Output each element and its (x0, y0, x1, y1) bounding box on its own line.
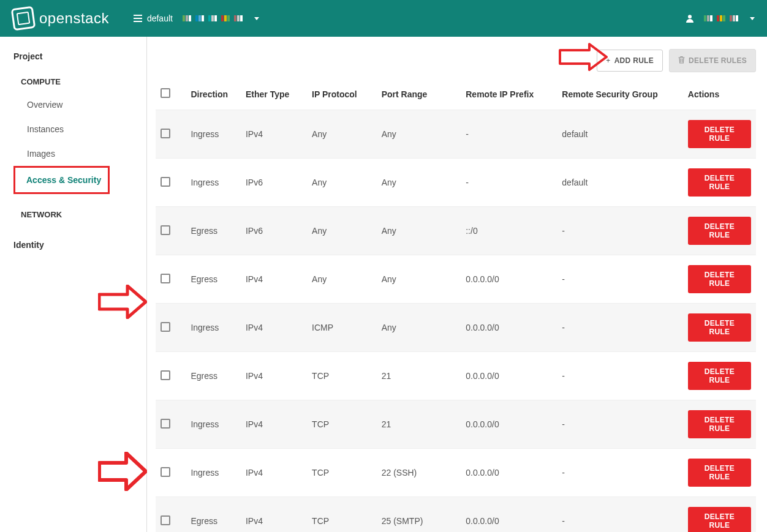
col-ether-type[interactable]: Ether Type (241, 82, 307, 110)
row-checkbox[interactable] (161, 515, 170, 525)
sidebar-item-access-security[interactable]: Access & Security (13, 166, 110, 194)
cell-rip: - (461, 110, 557, 159)
cell-direction: Ingress (186, 159, 241, 207)
cell-proto: Any (307, 110, 377, 159)
openstack-icon (11, 6, 36, 31)
table-row: IngressIPv6AnyAny-defaultDelete Rule (156, 159, 756, 207)
delete-rules-button[interactable]: Delete Rules (669, 49, 756, 72)
action-bar: + Add Rule Delete Rules (156, 49, 756, 72)
cell-rsg: default (557, 159, 683, 207)
row-checkbox[interactable] (161, 225, 170, 235)
sidebar: Project COMPUTE Overview Instances Image… (0, 37, 147, 532)
topbar: openstack default (0, 0, 767, 37)
row-checkbox[interactable] (161, 322, 170, 332)
cell-rip: 0.0.0.0/0 (461, 304, 557, 352)
cell-direction: Ingress (186, 304, 241, 352)
row-checkbox[interactable] (161, 467, 170, 477)
delete-rule-button[interactable]: Delete Rule (688, 168, 751, 197)
brand-name: openstack (39, 10, 109, 27)
cell-rsg: - (557, 352, 683, 400)
user-menu[interactable] (686, 14, 755, 23)
layout: Project COMPUTE Overview Instances Image… (0, 37, 767, 532)
cell-proto: Any (307, 255, 377, 304)
cell-direction: Ingress (186, 449, 241, 497)
cell-direction: Egress (186, 352, 241, 400)
row-checkbox[interactable] (161, 129, 170, 138)
cell-rsg: - (557, 400, 683, 449)
cell-direction: Ingress (186, 110, 241, 159)
cell-proto: TCP (307, 497, 377, 533)
cell-port: Any (377, 159, 461, 207)
sidebar-section-compute[interactable]: COMPUTE (21, 77, 146, 86)
delete-rule-button[interactable]: Delete Rule (688, 410, 751, 438)
trash-icon (678, 56, 685, 66)
table-row: IngressIPv4TCP22 (SSH)0.0.0.0/0-Delete R… (156, 449, 756, 497)
user-icon (686, 14, 694, 23)
cell-ether: IPv6 (241, 207, 307, 255)
cell-rip: 0.0.0.0/0 (461, 497, 557, 533)
cell-port: Any (377, 207, 461, 255)
cell-rsg: - (557, 207, 683, 255)
add-rule-button[interactable]: + Add Rule (597, 50, 663, 72)
sidebar-item-instances[interactable]: Instances (13, 117, 146, 141)
delete-rule-button[interactable]: Delete Rule (688, 265, 751, 293)
main-content: + Add Rule Delete Rules Direction Ether … (147, 37, 767, 532)
sidebar-section-project[interactable]: Project (13, 51, 146, 61)
cell-rip: 0.0.0.0/0 (461, 352, 557, 400)
table-row: IngressIPv4AnyAny-defaultDelete Rule (156, 110, 756, 159)
row-checkbox[interactable] (161, 419, 170, 429)
col-port-range[interactable]: Port Range (377, 82, 461, 110)
cell-direction: Ingress (186, 400, 241, 449)
cell-rip: ::/0 (461, 207, 557, 255)
cell-proto: Any (307, 207, 377, 255)
delete-rule-button[interactable]: Delete Rule (688, 217, 751, 245)
hamburger-icon (134, 15, 142, 22)
delete-rule-button[interactable]: Delete Rule (688, 120, 751, 148)
delete-rule-button[interactable]: Delete Rule (688, 362, 751, 390)
cell-rsg: - (557, 255, 683, 304)
delete-rule-button[interactable]: Delete Rule (688, 507, 751, 532)
col-remote-security-group[interactable]: Remote Security Group (557, 82, 683, 110)
cell-rip: - (461, 159, 557, 207)
table-row: EgressIPv4TCP25 (SMTP)0.0.0.0/0-Delete R… (156, 497, 756, 533)
col-direction[interactable]: Direction (186, 82, 241, 110)
cell-ether: IPv4 (241, 497, 307, 533)
delete-rule-button[interactable]: Delete Rule (688, 459, 751, 487)
cell-ether: IPv4 (241, 400, 307, 449)
cell-proto: Any (307, 159, 377, 207)
chevron-down-icon (750, 17, 755, 20)
cell-direction: Egress (186, 497, 241, 533)
cell-port: 21 (377, 400, 461, 449)
cell-rip: 0.0.0.0/0 (461, 400, 557, 449)
cell-proto: TCP (307, 449, 377, 497)
brand-logo[interactable]: openstack (12, 7, 109, 29)
sidebar-section-identity[interactable]: Identity (13, 240, 146, 250)
row-checkbox[interactable] (161, 177, 170, 187)
table-row: EgressIPv6AnyAny::/0-Delete Rule (156, 207, 756, 255)
cell-port: 25 (SMTP) (377, 497, 461, 533)
cell-direction: Egress (186, 255, 241, 304)
cell-rip: 0.0.0.0/0 (461, 449, 557, 497)
sidebar-section-network[interactable]: NETWORK (21, 210, 146, 219)
delete-rule-button[interactable]: Delete Rule (688, 313, 751, 342)
select-all-checkbox[interactable] (161, 88, 170, 98)
col-remote-ip-prefix[interactable]: Remote IP Prefix (461, 82, 557, 110)
plus-icon: + (606, 56, 610, 65)
col-ip-protocol[interactable]: IP Protocol (307, 82, 377, 110)
row-checkbox[interactable] (161, 370, 170, 380)
cell-ether: IPv4 (241, 304, 307, 352)
cell-rsg: default (557, 110, 683, 159)
cell-rip: 0.0.0.0/0 (461, 255, 557, 304)
cell-port: 22 (SSH) (377, 449, 461, 497)
project-label: default (147, 13, 173, 23)
project-switcher[interactable]: default (134, 13, 259, 23)
row-checkbox[interactable] (161, 274, 170, 283)
svg-point-0 (688, 15, 692, 18)
cell-proto: ICMP (307, 304, 377, 352)
sidebar-item-images[interactable]: Images (13, 141, 146, 166)
cell-rsg: - (557, 449, 683, 497)
table-header-row: Direction Ether Type IP Protocol Port Ra… (156, 82, 756, 110)
table-row: EgressIPv4AnyAny0.0.0.0/0-Delete Rule (156, 255, 756, 304)
sidebar-item-overview[interactable]: Overview (13, 92, 146, 117)
cell-port: Any (377, 304, 461, 352)
